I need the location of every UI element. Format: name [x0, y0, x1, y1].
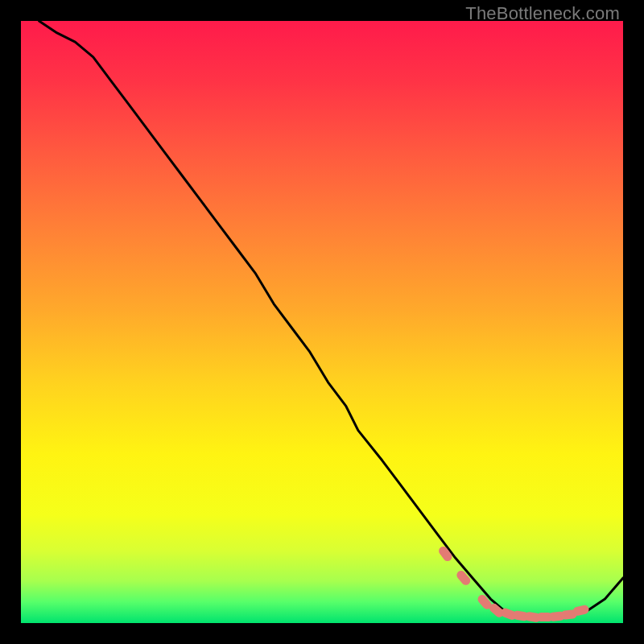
watermark-text: TheBottleneck.com — [465, 3, 620, 24]
bottleneck-chart — [21, 21, 623, 623]
chart-frame — [21, 21, 623, 623]
gradient-background — [21, 21, 623, 623]
